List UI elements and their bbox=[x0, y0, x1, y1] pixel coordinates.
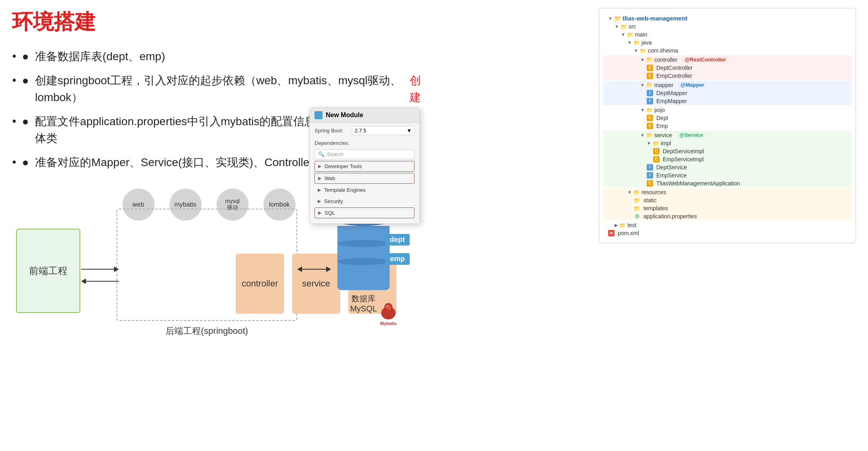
tree-dept-service[interactable]: I DeptService bbox=[603, 163, 852, 171]
tree-service-folder[interactable]: ▼ 📁 service @Service bbox=[603, 131, 852, 139]
page-title: 环境搭建 bbox=[12, 8, 430, 36]
dialog-title-bar: New Module bbox=[310, 108, 419, 123]
interface-icon: I bbox=[647, 164, 653, 171]
class-icon: C bbox=[647, 65, 653, 71]
tree-emp-controller[interactable]: C EmpController bbox=[603, 72, 852, 80]
backend-label: 后端工程(springboot) bbox=[116, 325, 297, 337]
tree-controller-folder[interactable]: ▼ 📁 controller @RestController bbox=[603, 55, 852, 64]
backend-box: controller service mapper Mybatis bbox=[116, 209, 297, 321]
controller-section: ▼ 📁 controller @RestController C DeptCon… bbox=[603, 55, 852, 80]
tree-pojo-folder[interactable]: ▼ 📁 pojo bbox=[603, 106, 852, 114]
expand-icon: ▶ bbox=[318, 210, 321, 215]
dep-item-developer-tools[interactable]: ▶ Developer Tools bbox=[315, 161, 415, 172]
class-icon: C bbox=[653, 156, 660, 163]
dep-item-sql[interactable]: ▶ SQL bbox=[315, 207, 415, 218]
class-icon: C bbox=[647, 73, 653, 79]
database-group: dept emp 数据库MySQL bbox=[337, 215, 390, 313]
class-icon: C bbox=[653, 148, 660, 154]
dep-item-web[interactable]: ▶ Web bbox=[315, 173, 415, 184]
architecture-diagram: web mybatis mysql驱动 lombok 前端工程 controll… bbox=[8, 189, 325, 341]
tree-dept-controller[interactable]: C DeptController bbox=[603, 64, 852, 72]
gear-icon: ⚙ bbox=[634, 213, 640, 219]
list-item: ● 创建springboot工程，引入对应的起步依赖（web、mybatis、m… bbox=[12, 72, 430, 106]
tree-dept-service-impl[interactable]: C DeptServiceImpl bbox=[603, 147, 852, 155]
interface-icon: I bbox=[647, 90, 653, 96]
expand-icon: ▶ bbox=[318, 199, 321, 204]
arrow-to-db bbox=[297, 266, 331, 272]
dialog-icon bbox=[315, 111, 323, 119]
service-annotation: @Service bbox=[677, 132, 705, 138]
interface-icon: I bbox=[647, 172, 653, 179]
tree-resources-folder[interactable]: ▼ 📁 resources bbox=[603, 188, 852, 196]
tree-impl-folder[interactable]: ▼ 📁 impl bbox=[603, 139, 852, 147]
expand-icon: ▶ bbox=[318, 164, 321, 169]
new-module-dialog: New Module Spring Boot: 2.7.5 ▼ Dependen… bbox=[309, 108, 420, 224]
spring-boot-label: Spring Boot: bbox=[315, 128, 349, 134]
chevron-icon: ▼ bbox=[608, 16, 613, 21]
tree-com-itheima[interactable]: ▼ 📁 com.itheima bbox=[603, 47, 852, 55]
tree-emp-mapper[interactable]: I EmpMapper bbox=[603, 97, 852, 105]
class-icon: C bbox=[647, 115, 653, 121]
tree-src[interactable]: ▼ 📁 src bbox=[603, 22, 852, 30]
dependencies-label: Dependencies: bbox=[310, 138, 419, 148]
pojo-section: ▼ 📁 pojo C Dept C Emp bbox=[603, 106, 852, 130]
tree-emp[interactable]: C Emp bbox=[603, 122, 852, 130]
dep-item-security[interactable]: ▶ Security bbox=[315, 196, 415, 206]
tree-emp-service[interactable]: I EmpService bbox=[603, 171, 852, 179]
controller-annotation: @RestController bbox=[682, 56, 728, 63]
resources-section: ▼ 📁 resources 📁 static 📁 templates ⚙ app… bbox=[603, 188, 852, 220]
mapper-annotation: @Mapper bbox=[678, 81, 707, 88]
frontend-box: 前端工程 bbox=[16, 229, 80, 313]
tree-project-root[interactable]: ▼ 📁 tlias-web-management bbox=[603, 14, 852, 22]
db-cylinder: dept emp bbox=[337, 215, 390, 290]
spring-boot-select[interactable]: 2.7.5 ▼ bbox=[352, 126, 415, 135]
mapper-section: ▼ 📁 mapper @Mapper I DeptMapper I EmpMap… bbox=[603, 81, 852, 105]
db-label: 数据库MySQL bbox=[337, 293, 390, 313]
tree-test-folder[interactable]: ▶ 📁 test bbox=[603, 221, 852, 229]
dep-item-template-engines[interactable]: ▶ Template Engines bbox=[315, 185, 415, 195]
project-name: tlias-web-management bbox=[623, 15, 688, 22]
tree-java[interactable]: ▼ 📁 java bbox=[603, 39, 852, 47]
expand-icon: ▶ bbox=[318, 187, 321, 193]
dialog-title: New Module bbox=[326, 112, 363, 119]
tree-mapper-folder[interactable]: ▼ 📁 mapper @Mapper bbox=[603, 81, 852, 89]
tree-dept-mapper[interactable]: I DeptMapper bbox=[603, 89, 852, 97]
list-item: ● 准备数据库表(dept、emp) bbox=[12, 48, 430, 65]
search-icon: 🔍 bbox=[318, 151, 325, 157]
layer-service: service bbox=[292, 254, 340, 314]
arrow-right bbox=[81, 266, 119, 272]
search-box[interactable]: 🔍 Search bbox=[315, 149, 415, 159]
class-icon: C bbox=[647, 180, 653, 187]
service-section: ▼ 📁 service @Service ▼ 📁 impl C DeptServ… bbox=[603, 131, 852, 187]
tree-pom-xml[interactable]: m pom.xml bbox=[603, 229, 852, 237]
interface-icon: I bbox=[647, 98, 653, 104]
tree-emp-service-impl[interactable]: C EmpServiceImpl bbox=[603, 155, 852, 163]
tree-main-app[interactable]: C TliasWebManagementApplication bbox=[603, 179, 852, 187]
tree-dept[interactable]: C Dept bbox=[603, 114, 852, 122]
spring-boot-row: Spring Boot: 2.7.5 ▼ bbox=[310, 123, 419, 138]
layer-controller: controller bbox=[236, 254, 284, 314]
maven-icon: m bbox=[608, 230, 615, 236]
arrow-left bbox=[81, 278, 119, 284]
ide-tree-panel: ▼ 📁 tlias-web-management ▼ 📁 src ▼ 📁 mai… bbox=[599, 8, 856, 243]
tree-templates-folder[interactable]: 📁 templates bbox=[603, 204, 852, 212]
db-badge-dept: dept bbox=[385, 234, 410, 246]
tree-application-properties[interactable]: ⚙ application.properties bbox=[603, 212, 852, 220]
tree-static-folder[interactable]: 📁 static bbox=[603, 196, 852, 204]
class-icon: C bbox=[647, 123, 653, 129]
tree-main[interactable]: ▼ 📁 main bbox=[603, 30, 852, 39]
expand-icon: ▶ bbox=[318, 176, 321, 181]
db-badge-emp: emp bbox=[385, 253, 410, 265]
